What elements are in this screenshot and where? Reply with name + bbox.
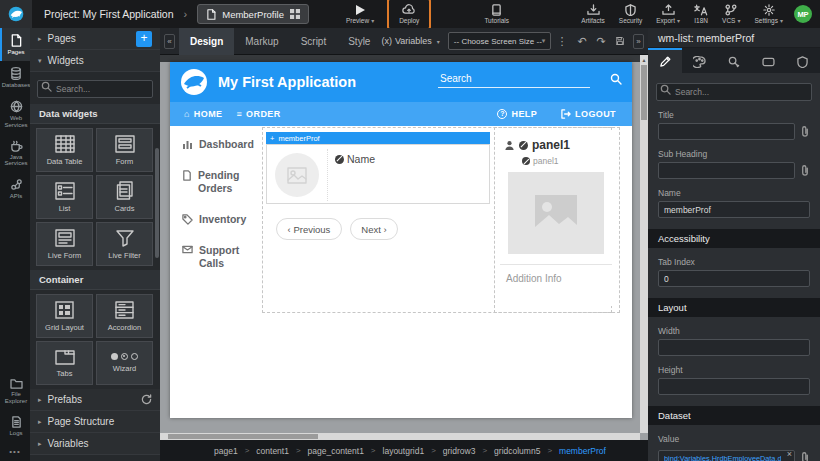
breadcrumb-item-page-content1[interactable]: page_content1 xyxy=(308,446,364,456)
tab-script[interactable]: Script xyxy=(290,28,338,55)
widget-tile-list[interactable]: List xyxy=(36,175,93,219)
add-page-button[interactable]: + xyxy=(136,31,152,47)
bind-link-icon[interactable] xyxy=(800,452,810,461)
user-avatar[interactable]: MP xyxy=(794,5,812,23)
tab-style[interactable]: Style xyxy=(337,28,381,55)
sidebar-item-support-calls[interactable]: Support Calls xyxy=(182,244,258,271)
bind-link-icon[interactable] xyxy=(800,165,810,176)
widgets-section-header[interactable]: ▾ Widgets xyxy=(30,50,160,72)
panel1-footer-label[interactable]: Addition Info xyxy=(506,273,562,284)
breadcrumb-item-layoutgrid1[interactable]: layoutgrid1 xyxy=(383,446,425,456)
panel-scrollbar[interactable] xyxy=(155,148,159,258)
tab-device[interactable] xyxy=(751,48,785,73)
pagination-previous-button[interactable]: ‹ Previous xyxy=(276,218,342,240)
pages-section-header[interactable]: ▸ Pages + xyxy=(30,28,160,50)
rail-item-apis[interactable]: APIs xyxy=(0,172,30,205)
rail-item-logs[interactable]: Logs xyxy=(0,410,30,442)
tab-styles[interactable] xyxy=(682,48,716,73)
properties-search-input[interactable] xyxy=(656,83,812,101)
undo-icon[interactable]: ↶ xyxy=(577,35,586,48)
preview-button[interactable]: Preview▾ xyxy=(339,0,381,28)
memberprof-widget-header[interactable]: + memberProf xyxy=(266,132,490,144)
widget-tile-live-form[interactable]: Live Form xyxy=(36,222,93,266)
rail-item-java-services[interactable]: Java Services xyxy=(0,134,30,173)
artifacts-button[interactable]: Artifacts xyxy=(574,0,611,28)
widget-search-input[interactable] xyxy=(37,80,153,98)
download-tray-icon xyxy=(587,4,600,16)
widget-tile-wizard[interactable]: Wizard xyxy=(96,341,153,385)
widget-tile-tabs[interactable]: Tabs xyxy=(36,341,93,385)
breadcrumb-item-page1[interactable]: page1 xyxy=(214,446,238,456)
widget-tile-cards[interactable]: Cards xyxy=(96,175,153,219)
i18n-button[interactable]: I18N xyxy=(687,0,715,28)
nav-item-order[interactable]: ≡ ORDER xyxy=(236,109,280,119)
memberprof-list-item[interactable]: Name xyxy=(266,144,490,204)
settings-button[interactable]: Settings▾ xyxy=(747,0,790,28)
app-search-input[interactable]: Search xyxy=(438,70,590,88)
height-input[interactable] xyxy=(658,378,810,395)
rail-item-pages[interactable]: Pages xyxy=(0,28,30,61)
deploy-button[interactable]: Deploy xyxy=(387,0,431,30)
panel1-title[interactable]: panel1 xyxy=(504,138,570,152)
clear-binding-icon[interactable]: × xyxy=(787,450,792,459)
sidebar-item-inventory[interactable]: Inventory xyxy=(182,213,258,227)
list-item-avatar-placeholder[interactable] xyxy=(275,153,319,197)
tab-index-input[interactable] xyxy=(658,270,810,287)
vcs-button[interactable]: VCS▾ xyxy=(715,0,747,28)
list-item-name-label[interactable]: Name xyxy=(335,153,375,165)
search-icon[interactable] xyxy=(610,73,622,85)
variables-section-header[interactable]: ▸ Variables xyxy=(30,433,160,455)
breadcrumb-item-memberprof[interactable]: memberProf xyxy=(559,446,606,456)
canvas-horizontal-scrollbar[interactable] xyxy=(160,433,640,440)
widget-tile-form[interactable]: Form xyxy=(96,128,153,172)
breadcrumb-item-gridrow3[interactable]: gridrow3 xyxy=(443,446,476,456)
canvas-vertical-scrollbar[interactable]: ▲ xyxy=(640,55,648,433)
security-button[interactable]: Security xyxy=(612,0,649,28)
widget-tile-live-filter[interactable]: Live Filter xyxy=(96,222,153,266)
breadcrumb-item-gridcolumn5[interactable]: gridcolumn5 xyxy=(494,446,540,456)
width-input[interactable] xyxy=(658,339,810,356)
wavemaker-logo[interactable] xyxy=(0,0,32,28)
kebab-menu-icon[interactable]: ⋮ xyxy=(556,35,567,48)
page-structure-section-header[interactable]: ▸ Page Structure xyxy=(30,411,160,433)
bind-link-icon[interactable] xyxy=(800,126,810,137)
nav-item-logout[interactable]: LOGOUT xyxy=(561,109,616,119)
collapse-right-panel-button[interactable]: » xyxy=(633,34,644,49)
widget-tile-accordion[interactable]: Accordion xyxy=(96,294,153,338)
nav-item-home[interactable]: ⌂ HOME xyxy=(184,109,222,119)
prefabs-section-header[interactable]: ▸ Prefabs xyxy=(30,389,160,411)
screen-size-select[interactable]: -- Choose Screen Size -- ▾ xyxy=(448,32,552,50)
sidebar-item-pending-orders[interactable]: Pending Orders xyxy=(182,169,258,196)
rail-item-databases[interactable]: Databases xyxy=(0,61,30,94)
refresh-icon[interactable] xyxy=(141,394,152,405)
title-input[interactable] xyxy=(658,123,795,140)
tab-security[interactable] xyxy=(786,48,820,73)
name-input[interactable] xyxy=(658,201,810,218)
more-options-icon[interactable]: ••• xyxy=(0,442,30,461)
pagination-next-button[interactable]: Next › xyxy=(350,218,398,240)
save-icon[interactable] xyxy=(616,35,624,47)
tab-properties[interactable] xyxy=(648,48,682,73)
rail-item-file-explorer[interactable]: File Explorer xyxy=(0,372,30,410)
nav-item-help[interactable]: ? HELP xyxy=(497,109,537,119)
dataset-value-input[interactable] xyxy=(658,450,795,461)
rail-item-web-services[interactable]: Web Services xyxy=(0,94,30,134)
sidebar-item-dashboard[interactable]: Dashboard xyxy=(182,138,258,152)
panel1-widget[interactable]: panel1 panel1 Addition Info xyxy=(500,130,612,306)
sub-heading-input[interactable] xyxy=(658,162,795,179)
tab-design[interactable]: Design xyxy=(179,28,234,55)
app-header-widget[interactable]: My First Application Search xyxy=(170,62,632,102)
variables-dropdown[interactable]: (x) Variables ▾ xyxy=(381,36,439,46)
widget-tile-data-table[interactable]: Data Table xyxy=(36,128,93,172)
panel1-subtitle[interactable]: panel1 xyxy=(522,156,559,166)
redo-icon[interactable]: ↷ xyxy=(597,35,606,48)
panel1-image-placeholder[interactable] xyxy=(508,172,604,254)
breadcrumb-item-content1[interactable]: content1 xyxy=(256,446,289,456)
tutorials-button[interactable]: Tutorials xyxy=(477,0,516,28)
widget-tile-grid-layout[interactable]: Grid Layout xyxy=(36,294,93,338)
page-tab-memberprofile[interactable]: MemberProfile xyxy=(197,4,309,24)
tab-markup[interactable]: Markup xyxy=(234,28,289,55)
export-button[interactable]: Export▾ xyxy=(649,0,687,28)
tab-events[interactable] xyxy=(717,48,751,73)
collapse-left-panel-button[interactable]: « xyxy=(164,34,175,49)
